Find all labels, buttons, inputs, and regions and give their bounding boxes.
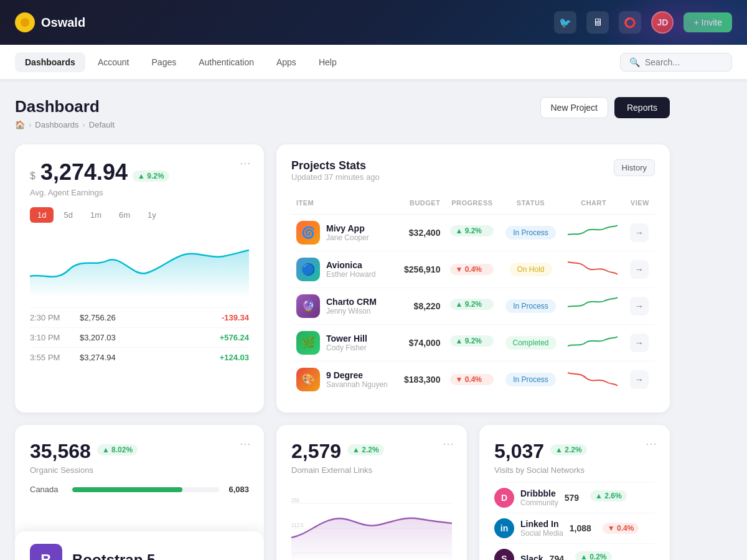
page-actions: New Project Reports [540,97,670,118]
page-header: Dashboard 🏠 › Dashboards › Default New P… [15,97,670,129]
organic-more-button[interactable]: ⋯ [237,435,254,452]
earnings-chart [30,233,249,297]
search-input[interactable] [645,57,723,67]
nav-item-pages[interactable]: Pages [142,52,187,72]
item-cell: 🎨 9 Degree Savannah Nguyen [296,368,392,391]
item-cell: 🔮 Charto CRM Jenny Wilson [296,294,392,318]
domain-label: Domain External Links [291,465,452,475]
data-row-3: 3:55 PM $3,274.94 +124.03 [30,347,249,367]
breadcrumb-default: Default [89,120,115,129]
share-icon[interactable]: ⭕ [619,11,641,34]
geo-item: Canada 6,083 [30,485,249,494]
social-item-dribbble: D Dribbble Community 579 ▲ 2.6% [494,482,655,513]
projects-updated: Updated 37 minutes ago [291,172,380,182]
table-row: 🌿 Tower Hill Cody Fisher $74,000 ▲ 9.2% … [291,325,655,362]
breadcrumb-dashboards[interactable]: Dashboards [35,120,78,129]
progress-badge: ▲ 9.2% [450,299,494,310]
table-row: 🔵 Avionica Esther Howard $256,910 ▼ 0.4%… [291,251,655,288]
domain-number: 2,579 [291,440,341,463]
amount-row: $ 3,274.94 ▲ 9.2% [30,159,249,185]
social-item-linkedin: in Linked In Social Media 1,088 ▼ 0.4% [494,513,655,543]
data-row-1: 2:30 PM $2,756.26 -139.34 [30,307,249,327]
domain-badge: ▲ 2.2% [347,444,384,455]
filter-6m[interactable]: 6m [111,207,138,223]
domain-card: ⋯ 2,579 ▲ 2.2% Domain External Links [276,425,467,560]
view-button[interactable]: → [630,370,649,389]
status-badge: In Process [505,373,556,386]
top-cards-row: ⋯ $ 3,274.94 ▲ 9.2% Avg. Agent Earnings … [15,144,670,413]
logo-text: Oswald [41,16,85,30]
organic-label: Organic Sessions [30,465,249,475]
social-label: Visits by Social Networks [494,465,655,475]
organic-badge: ▲ 8.02% [97,444,138,455]
filter-1y[interactable]: 1y [140,207,164,223]
domain-more-button[interactable]: ⋯ [439,435,457,452]
data-row-2: 3:10 PM $3,207.03 +576.24 [30,327,249,347]
reports-button[interactable]: Reports [614,97,670,118]
item-icon: 🎨 [296,368,320,391]
view-button[interactable]: → [630,334,649,352]
nav-item-account[interactable]: Account [88,52,139,72]
time-filter: 1d 5d 1m 6m 1y [30,207,249,223]
header-actions: 🐦 🖥 ⭕ JD + Invite [554,11,732,34]
nav-item-apps[interactable]: Apps [266,52,306,72]
bottom-cards-row: ⋯ 35,568 ▲ 8.02% Organic Sessions Canada… [15,425,670,560]
item-cell: 🌀 Mivy App Jane Cooper [296,221,392,245]
linkedin-icon: in [494,518,514,538]
svg-text:212.5: 212.5 [291,521,304,528]
item-cell: 🔵 Avionica Esther Howard [296,258,392,281]
main-content: Dashboard 🏠 › Dashboards › Default New P… [0,80,685,560]
view-button[interactable]: → [630,223,649,242]
status-badge: In Process [505,226,556,240]
page-title-section: Dashboard 🏠 › Dashboards › Default [15,97,115,129]
social-item-slack: S Slack 794 ▲ 0.2% [494,543,655,560]
mini-chart [568,369,618,388]
item-icon: 🔮 [296,294,320,318]
projects-title: Projects Stats [291,159,380,172]
progress-badge: ▲ 9.2% [450,335,494,347]
item-icon: 🌿 [296,331,320,355]
table-row: 🔮 Charto CRM Jenny Wilson $8,220 ▲ 9.2% … [291,288,655,325]
earnings-more-button[interactable]: ⋯ [237,154,254,172]
history-button[interactable]: History [614,159,655,176]
mini-chart [568,222,618,241]
social-more-button[interactable]: ⋯ [642,435,660,452]
organic-sessions-card: ⋯ 35,568 ▲ 8.02% Organic Sessions Canada… [15,425,264,560]
mini-chart [568,259,618,278]
filter-5d[interactable]: 5d [56,207,80,223]
avatar[interactable]: JD [651,11,674,34]
screen-icon[interactable]: 🖥 [586,11,609,34]
new-project-button[interactable]: New Project [540,97,608,118]
projects-table: ITEM BUDGET PROGRESS STATUS CHART VIEW 🌀 [291,194,655,398]
linkedin-change: ▼ 0.4% [603,523,639,534]
projects-title-section: Projects Stats Updated 37 minutes ago [291,159,380,192]
nav-item-help[interactable]: Help [309,52,347,72]
view-button[interactable]: → [630,297,649,315]
domain-chart: 250 212.5 [291,485,452,560]
filter-1d[interactable]: 1d [30,207,54,223]
geo-bars: Canada 6,083 [30,485,249,494]
view-button[interactable]: → [630,260,649,279]
organic-number: 35,568 [30,440,91,463]
filter-1m[interactable]: 1m [83,207,109,223]
progress-badge: ▼ 0.4% [450,374,494,385]
earnings-card: ⋯ $ 3,274.94 ▲ 9.2% Avg. Agent Earnings … [15,144,264,413]
social-card: ⋯ 5,037 ▲ 2.2% Visits by Social Networks… [479,425,670,560]
slack-icon: S [494,549,514,560]
search-bar: 🔍 [620,53,732,72]
nav-item-dashboards[interactable]: Dashboards [15,52,85,72]
invite-button[interactable]: + Invite [684,12,732,32]
col-chart: CHART [563,194,625,215]
header: Oswald 🐦 🖥 ⭕ JD + Invite [0,0,747,45]
item-icon: 🌀 [296,221,320,245]
table-row: 🎨 9 Degree Savannah Nguyen $183,300 ▼ 0.… [291,362,655,398]
col-view: VIEW [625,194,655,215]
status-badge: Completed [505,336,557,350]
slack-change: ▲ 0.2% [575,551,612,560]
dribbble-change: ▲ 2.6% [590,490,627,502]
social-badge: ▲ 2.2% [550,444,587,455]
bird-icon[interactable]: 🐦 [554,11,576,34]
earnings-badge: ▲ 9.2% [133,170,169,182]
projects-card: Projects Stats Updated 37 minutes ago Hi… [276,144,670,413]
nav-item-authentication[interactable]: Authentication [189,52,264,72]
